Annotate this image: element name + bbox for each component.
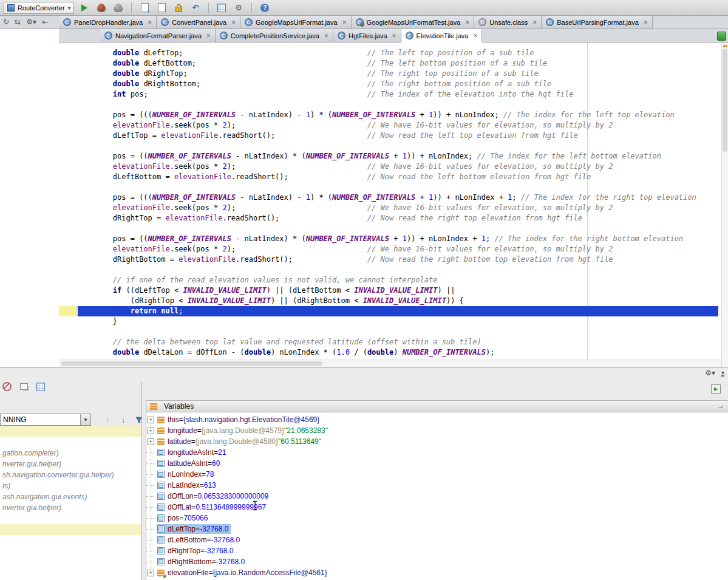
variable-row[interactable]: dOffLat = 0.5113648999999967 bbox=[146, 502, 728, 513]
code-line[interactable]: elevationFile.seek(pos * 2); // We have … bbox=[78, 244, 718, 254]
code-line[interactable]: if ((dLeftTop < INVALID_VALUE_LIMIT) || … bbox=[78, 285, 718, 296]
code-line[interactable]: dRightBottom = elevationFile.readShort()… bbox=[78, 254, 718, 265]
variable-row[interactable]: +latitude = {java.lang.Double@4580}"60.5… bbox=[146, 436, 728, 447]
diff-button[interactable] bbox=[215, 2, 228, 14]
close-icon[interactable]: × bbox=[231, 19, 236, 26]
help-button[interactable]: ? bbox=[258, 2, 271, 14]
coverage-button[interactable] bbox=[112, 2, 125, 14]
vcs-update-button[interactable]: ↓ bbox=[138, 2, 151, 14]
mute-breakpoints-icon[interactable] bbox=[2, 382, 12, 391]
frame-row[interactable]: ash.navigation.gui.events) bbox=[0, 491, 141, 502]
code-line[interactable] bbox=[78, 223, 718, 234]
horizontal-scroll-thumb[interactable] bbox=[61, 361, 322, 366]
code-line[interactable] bbox=[78, 265, 718, 275]
frame-row[interactable] bbox=[0, 524, 141, 535]
code-line[interactable]: int pos; // The index of the elevation i… bbox=[78, 89, 718, 100]
pin-icon[interactable]: ⇤ bbox=[42, 18, 48, 26]
variable-row[interactable]: dLeftBottom = -32768.0 bbox=[146, 534, 728, 545]
code-line[interactable]: dLeftBottom = elevationFile.readShort();… bbox=[78, 172, 718, 182]
frame-row[interactable] bbox=[0, 513, 141, 524]
frame-row[interactable]: gation.completer) bbox=[0, 448, 141, 459]
variables-tree[interactable]: +this = {slash.navigation.hgt.ElevationT… bbox=[146, 412, 728, 580]
code-line[interactable] bbox=[78, 182, 718, 193]
code-line[interactable]: // the delta between top lat value and r… bbox=[78, 337, 718, 347]
close-icon[interactable]: × bbox=[532, 19, 537, 26]
vertical-scrollbar[interactable] bbox=[721, 43, 728, 367]
variable-row[interactable]: longitudeAsInt = 21 bbox=[146, 447, 728, 458]
close-icon[interactable]: × bbox=[392, 32, 396, 39]
close-icon[interactable]: × bbox=[206, 32, 211, 39]
expand-icon[interactable]: + bbox=[148, 428, 154, 434]
grid-icon[interactable] bbox=[36, 383, 45, 391]
sync-icon[interactable]: ↻ bbox=[3, 18, 9, 26]
variable-row[interactable]: +longitude = {java.lang.Double@4579}"21.… bbox=[146, 425, 728, 436]
code-line[interactable]: (dRightTop < INVALID_VALUE_LIMIT) || (dR… bbox=[78, 296, 718, 306]
vcs-commit-button[interactable]: ↑ bbox=[155, 2, 168, 14]
frames-list[interactable]: gation.completer)nverter.gui.helper)sh.n… bbox=[0, 426, 141, 580]
hide-panel-icon[interactable]: ▾ bbox=[721, 370, 724, 377]
tab-GoogleMapsUrlFormat.java[interactable]: CGoogleMapsUrlFormat.java× bbox=[240, 16, 352, 29]
rollback-button[interactable]: ↶ bbox=[189, 2, 202, 14]
code-area[interactable]: double dLeftTop; // The left top positio… bbox=[78, 48, 718, 358]
code-line[interactable]: elevationFile.seek(pos * 2); // We have … bbox=[78, 203, 718, 213]
frame-row[interactable]: nverter.gui.helper) bbox=[0, 502, 141, 513]
expand-icon[interactable]: + bbox=[148, 438, 154, 445]
code-line[interactable]: return null; bbox=[78, 306, 718, 316]
close-icon[interactable]: × bbox=[148, 19, 152, 26]
error-stripe-mark[interactable] bbox=[723, 45, 727, 47]
variable-row[interactable]: dRightBottom = -32768.0 bbox=[146, 556, 728, 567]
run-button[interactable] bbox=[78, 2, 91, 14]
code-editor[interactable]: double dLeftTop; // The left top positio… bbox=[59, 43, 721, 360]
expand-icon[interactable]: + bbox=[148, 417, 154, 423]
restore-layout-icon[interactable]: ▶ bbox=[711, 384, 721, 394]
variable-row[interactable]: +elevationFile = {java.io.RandomAccessFi… bbox=[146, 567, 728, 578]
variable-row[interactable]: dRightTop = -32768.0 bbox=[146, 545, 728, 556]
down-the-stack-button[interactable]: ↓ bbox=[118, 415, 129, 425]
close-icon[interactable]: × bbox=[324, 32, 328, 39]
code-line[interactable]: double dDeltaLon = dOffLon - (double) nL… bbox=[78, 347, 718, 358]
tab-BaseUrlParsingFormat.java[interactable]: CBaseUrlParsingFormat.java× bbox=[542, 16, 653, 29]
expand-icon[interactable]: + bbox=[148, 570, 154, 576]
code-line[interactable]: double dLeftTop; // The left top positio… bbox=[78, 48, 718, 58]
variable-row[interactable]: dLeftTop = -32768.0 bbox=[146, 524, 728, 534]
code-line[interactable]: pos = (((NUMBER_OF_INTERVALS - nLatIndex… bbox=[78, 193, 718, 203]
close-icon[interactable]: × bbox=[473, 32, 477, 39]
code-line[interactable]: elevationFile.seek(pos * 2); // We have … bbox=[78, 162, 718, 172]
horizontal-scrollbar[interactable] bbox=[59, 360, 721, 367]
gear-icon[interactable]: ⚙▾ bbox=[705, 369, 715, 377]
lock-button[interactable] bbox=[172, 2, 185, 14]
tabs-list-icon[interactable] bbox=[717, 32, 726, 41]
tab-GoogleMapsUrlFormatTest.java[interactable]: CGoogleMapsUrlFormatTest.java× bbox=[352, 16, 475, 29]
code-line[interactable] bbox=[78, 141, 718, 151]
run-configuration-select[interactable]: RouteConverter ▾ bbox=[4, 2, 74, 14]
vertical-scroll-thumb[interactable] bbox=[723, 49, 727, 152]
variable-row[interactable]: nLonIndex = 78 bbox=[146, 469, 728, 480]
settings-button[interactable]: ⚙ bbox=[232, 2, 245, 14]
code-line[interactable]: pos = ((NUMBER_OF_INTERVALS - nLatIndex)… bbox=[78, 151, 718, 162]
code-line[interactable]: double dRightBottom; // The right bottom… bbox=[78, 79, 718, 89]
code-line[interactable]: // if one of the read elevation values i… bbox=[78, 275, 718, 285]
tab-HgtFiles.java[interactable]: CHgtFiles.java× bbox=[333, 29, 401, 42]
tab-NavigationFormatParser.java[interactable]: CNavigationFormatParser.java× bbox=[100, 29, 216, 42]
frame-row[interactable] bbox=[0, 426, 141, 437]
variable-row[interactable]: nLatIndex = 613 bbox=[146, 480, 728, 491]
frame-row[interactable]: sh.navigation.converter.gui.helper) bbox=[0, 469, 141, 480]
close-icon[interactable]: × bbox=[342, 19, 347, 26]
code-line[interactable]: pos = (((NUMBER_OF_INTERVALS - nLatIndex… bbox=[78, 110, 718, 120]
threads-select[interactable]: NNING ▼ bbox=[0, 414, 91, 426]
panel-divider[interactable] bbox=[141, 382, 142, 580]
code-line[interactable] bbox=[78, 100, 718, 110]
variable-row[interactable]: pos = 705066 bbox=[146, 513, 728, 524]
close-icon[interactable]: × bbox=[465, 19, 469, 26]
up-the-stack-button[interactable]: ↑ bbox=[102, 415, 113, 425]
code-line[interactable]: elevationFile.seek(pos * 2); // We have … bbox=[78, 120, 718, 131]
code-line[interactable] bbox=[78, 327, 718, 337]
split-icon[interactable]: ⇆ bbox=[15, 18, 21, 26]
frame-row[interactable]: ts) bbox=[0, 480, 141, 491]
tab-ElevationTile.java[interactable]: CElevationTile.java× bbox=[401, 29, 483, 43]
tab-CompletePositionService.java[interactable]: CCompletePositionService.java× bbox=[216, 29, 333, 42]
code-line[interactable]: double dRightTop; // The right top posit… bbox=[78, 69, 718, 79]
filter-frames-button[interactable] bbox=[134, 415, 145, 425]
debug-button[interactable] bbox=[95, 2, 108, 14]
gear-icon[interactable]: ⚙▾ bbox=[26, 18, 36, 26]
